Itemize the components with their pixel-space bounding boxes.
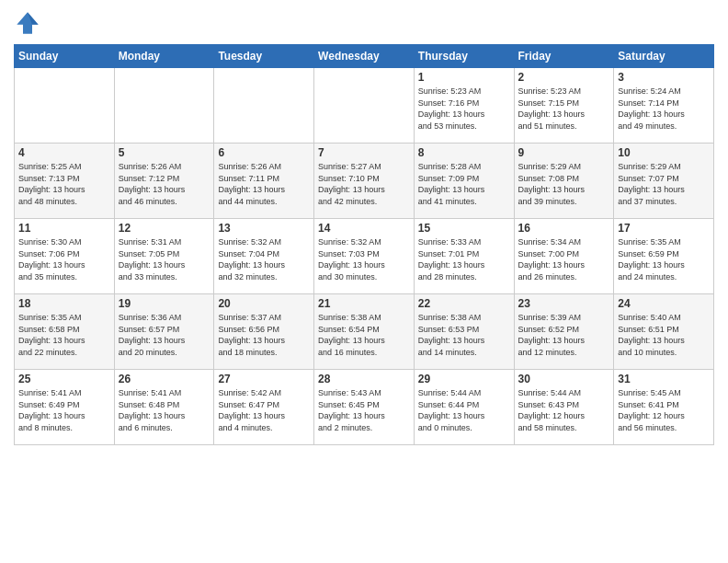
day-info: Sunrise: 5:36 AM Sunset: 6:57 PM Dayligh… [119, 312, 210, 358]
day-number: 8 [418, 146, 510, 159]
day-number: 5 [119, 146, 210, 159]
day-info: Sunrise: 5:26 AM Sunset: 7:11 PM Dayligh… [218, 161, 310, 207]
day-number: 25 [18, 373, 110, 385]
header-row: SundayMondayTuesdayWednesdayThursdayFrid… [15, 45, 714, 68]
day-info: Sunrise: 5:33 AM Sunset: 7:01 PM Dayligh… [418, 236, 510, 282]
day-number: 26 [119, 373, 210, 385]
calendar-cell: 17Sunrise: 5:35 AM Sunset: 6:59 PM Dayli… [614, 219, 714, 294]
day-number: 29 [418, 373, 510, 385]
day-number: 12 [119, 222, 210, 235]
calendar-cell: 14Sunrise: 5:32 AM Sunset: 7:03 PM Dayli… [314, 219, 415, 294]
calendar-cell: 9Sunrise: 5:29 AM Sunset: 7:08 PM Daylig… [514, 144, 614, 219]
day-number: 27 [218, 373, 310, 385]
day-info: Sunrise: 5:23 AM Sunset: 7:16 PM Dayligh… [418, 86, 510, 132]
day-number: 11 [18, 222, 110, 235]
day-info: Sunrise: 5:37 AM Sunset: 6:56 PM Dayligh… [218, 312, 310, 358]
day-info: Sunrise: 5:26 AM Sunset: 7:12 PM Dayligh… [119, 161, 210, 207]
day-number: 19 [119, 297, 210, 310]
calendar-cell: 29Sunrise: 5:44 AM Sunset: 6:44 PM Dayli… [414, 370, 514, 445]
calendar-cell [15, 68, 115, 144]
day-info: Sunrise: 5:39 AM Sunset: 6:52 PM Dayligh… [518, 312, 610, 358]
day-number: 17 [618, 222, 710, 235]
weekday-header: Saturday [614, 45, 714, 68]
day-info: Sunrise: 5:41 AM Sunset: 6:48 PM Dayligh… [119, 387, 210, 433]
day-number: 28 [318, 373, 410, 385]
calendar-cell: 18Sunrise: 5:35 AM Sunset: 6:58 PM Dayli… [15, 294, 115, 370]
weekday-header: Tuesday [214, 45, 314, 68]
day-info: Sunrise: 5:41 AM Sunset: 6:49 PM Dayligh… [18, 387, 110, 433]
calendar-cell: 7Sunrise: 5:27 AM Sunset: 7:10 PM Daylig… [314, 144, 415, 219]
day-number: 10 [618, 146, 710, 159]
calendar-cell: 19Sunrise: 5:36 AM Sunset: 6:57 PM Dayli… [114, 294, 214, 370]
day-number: 15 [418, 222, 510, 235]
day-info: Sunrise: 5:24 AM Sunset: 7:14 PM Dayligh… [618, 86, 710, 132]
calendar-cell: 13Sunrise: 5:32 AM Sunset: 7:04 PM Dayli… [214, 219, 314, 294]
header [14, 9, 714, 37]
day-info: Sunrise: 5:31 AM Sunset: 7:05 PM Dayligh… [119, 236, 210, 282]
day-number: 30 [518, 373, 610, 385]
calendar-cell: 22Sunrise: 5:38 AM Sunset: 6:53 PM Dayli… [414, 294, 514, 370]
calendar-cell: 6Sunrise: 5:26 AM Sunset: 7:11 PM Daylig… [214, 144, 314, 219]
day-info: Sunrise: 5:35 AM Sunset: 6:58 PM Dayligh… [18, 312, 110, 358]
calendar-week-row: 18Sunrise: 5:35 AM Sunset: 6:58 PM Dayli… [15, 294, 714, 370]
calendar-cell: 4Sunrise: 5:25 AM Sunset: 7:13 PM Daylig… [15, 144, 115, 219]
day-number: 1 [418, 71, 510, 84]
calendar-cell: 31Sunrise: 5:45 AM Sunset: 6:41 PM Dayli… [614, 370, 714, 445]
day-info: Sunrise: 5:27 AM Sunset: 7:10 PM Dayligh… [318, 161, 410, 207]
day-info: Sunrise: 5:45 AM Sunset: 6:41 PM Dayligh… [618, 387, 710, 433]
calendar-cell: 11Sunrise: 5:30 AM Sunset: 7:06 PM Dayli… [15, 219, 115, 294]
calendar-cell: 1Sunrise: 5:23 AM Sunset: 7:16 PM Daylig… [414, 68, 514, 144]
calendar-cell: 24Sunrise: 5:40 AM Sunset: 6:51 PM Dayli… [614, 294, 714, 370]
weekday-header: Thursday [414, 45, 514, 68]
day-info: Sunrise: 5:35 AM Sunset: 6:59 PM Dayligh… [618, 236, 710, 282]
day-number: 2 [518, 71, 610, 84]
calendar-cell: 20Sunrise: 5:37 AM Sunset: 6:56 PM Dayli… [214, 294, 314, 370]
day-number: 23 [518, 297, 610, 310]
day-info: Sunrise: 5:42 AM Sunset: 6:47 PM Dayligh… [218, 387, 310, 433]
day-number: 14 [318, 222, 410, 235]
day-info: Sunrise: 5:32 AM Sunset: 7:04 PM Dayligh… [218, 236, 310, 282]
day-info: Sunrise: 5:23 AM Sunset: 7:15 PM Dayligh… [518, 86, 610, 132]
calendar-cell: 3Sunrise: 5:24 AM Sunset: 7:14 PM Daylig… [614, 68, 714, 144]
day-number: 31 [618, 373, 710, 385]
day-number: 4 [18, 146, 110, 159]
day-number: 24 [618, 297, 710, 310]
day-info: Sunrise: 5:29 AM Sunset: 7:08 PM Dayligh… [518, 161, 610, 207]
calendar-cell: 23Sunrise: 5:39 AM Sunset: 6:52 PM Dayli… [514, 294, 614, 370]
calendar-cell: 2Sunrise: 5:23 AM Sunset: 7:15 PM Daylig… [514, 68, 614, 144]
day-number: 6 [218, 146, 310, 159]
calendar-table: SundayMondayTuesdayWednesdayThursdayFrid… [14, 44, 714, 445]
calendar-cell: 28Sunrise: 5:43 AM Sunset: 6:45 PM Dayli… [314, 370, 415, 445]
calendar-cell: 12Sunrise: 5:31 AM Sunset: 7:05 PM Dayli… [114, 219, 214, 294]
calendar-week-row: 1Sunrise: 5:23 AM Sunset: 7:16 PM Daylig… [15, 68, 714, 144]
logo [14, 9, 45, 37]
calendar-week-row: 11Sunrise: 5:30 AM Sunset: 7:06 PM Dayli… [15, 219, 714, 294]
calendar-cell [314, 68, 415, 144]
day-info: Sunrise: 5:38 AM Sunset: 6:53 PM Dayligh… [418, 312, 510, 358]
calendar-cell: 30Sunrise: 5:44 AM Sunset: 6:43 PM Dayli… [514, 370, 614, 445]
weekday-header: Friday [514, 45, 614, 68]
day-number: 13 [218, 222, 310, 235]
day-info: Sunrise: 5:38 AM Sunset: 6:54 PM Dayligh… [318, 312, 410, 358]
day-info: Sunrise: 5:28 AM Sunset: 7:09 PM Dayligh… [418, 161, 510, 207]
day-info: Sunrise: 5:29 AM Sunset: 7:07 PM Dayligh… [618, 161, 710, 207]
calendar-cell [114, 68, 214, 144]
day-info: Sunrise: 5:44 AM Sunset: 6:44 PM Dayligh… [418, 387, 510, 433]
day-info: Sunrise: 5:44 AM Sunset: 6:43 PM Dayligh… [518, 387, 610, 433]
calendar-week-row: 25Sunrise: 5:41 AM Sunset: 6:49 PM Dayli… [15, 370, 714, 445]
calendar-cell: 27Sunrise: 5:42 AM Sunset: 6:47 PM Dayli… [214, 370, 314, 445]
day-info: Sunrise: 5:43 AM Sunset: 6:45 PM Dayligh… [318, 387, 410, 433]
day-number: 20 [218, 297, 310, 310]
calendar-cell: 21Sunrise: 5:38 AM Sunset: 6:54 PM Dayli… [314, 294, 415, 370]
day-info: Sunrise: 5:25 AM Sunset: 7:13 PM Dayligh… [18, 161, 110, 207]
day-number: 18 [18, 297, 110, 310]
calendar-cell: 26Sunrise: 5:41 AM Sunset: 6:48 PM Dayli… [114, 370, 214, 445]
day-number: 16 [518, 222, 610, 235]
calendar-cell: 10Sunrise: 5:29 AM Sunset: 7:07 PM Dayli… [614, 144, 714, 219]
calendar-cell: 5Sunrise: 5:26 AM Sunset: 7:12 PM Daylig… [114, 144, 214, 219]
weekday-header: Monday [114, 45, 214, 68]
day-info: Sunrise: 5:34 AM Sunset: 7:00 PM Dayligh… [518, 236, 610, 282]
day-info: Sunrise: 5:30 AM Sunset: 7:06 PM Dayligh… [18, 236, 110, 282]
day-number: 7 [318, 146, 410, 159]
logo-icon [14, 9, 41, 37]
